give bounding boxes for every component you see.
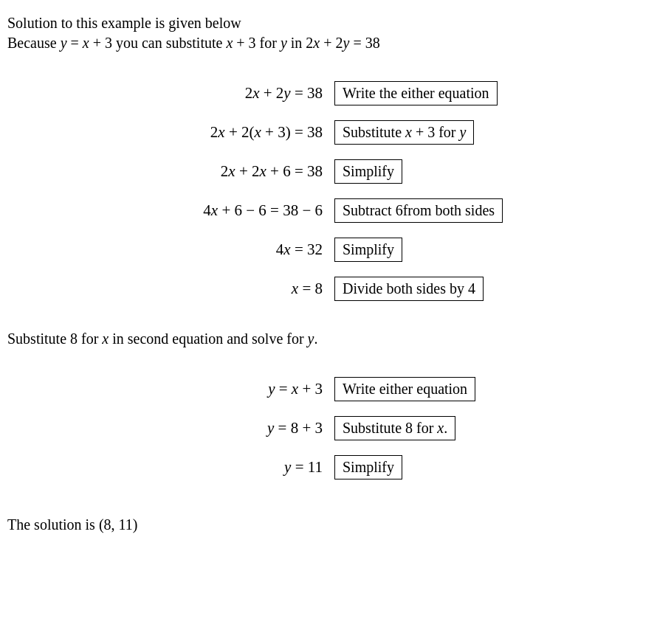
label-cell: Write either equation: [328, 370, 650, 409]
intro-line1: Solution to this example is given below: [7, 15, 650, 32]
steps-table-1: 2x + 2y = 38 Write the either equation 2…: [7, 74, 650, 308]
step-label-box: Simplify: [334, 159, 402, 184]
equation-cell: 4x + 6 − 6 = 38 − 6: [7, 191, 328, 230]
equation-cell: x = 8: [7, 269, 328, 308]
equation-cell: 2x + 2y = 38: [7, 74, 328, 113]
table-row: x = 8 Divide both sides by 4: [7, 269, 650, 308]
equation-cell: y = x + 3: [7, 370, 328, 409]
step-label-box: Divide both sides by 4: [334, 277, 484, 301]
intro-line2: Because y = x + 3 you can substitute x +…: [7, 35, 650, 52]
section2: y = x + 3 Write either equation y = 8 + …: [7, 370, 650, 487]
intro-section: Solution to this example is given below …: [7, 15, 650, 52]
table-row: 4x = 32 Simplify: [7, 230, 650, 269]
label-cell: Divide both sides by 4: [328, 269, 650, 308]
label-cell: Simplify: [328, 152, 650, 191]
table-row: 2x + 2y = 38 Write the either equation: [7, 74, 650, 113]
final-text: The solution is (8, 11): [7, 516, 650, 533]
step-label-box: Simplify: [334, 238, 402, 262]
label-cell: Simplify: [328, 230, 650, 269]
equation-cell: 2x + 2(x + 3) = 38: [7, 113, 328, 152]
table-row: y = x + 3 Write either equation: [7, 370, 650, 409]
equation-cell: 4x = 32: [7, 230, 328, 269]
label-cell: Substitute 8 for x.: [328, 409, 650, 448]
section1: 2x + 2y = 38 Write the either equation 2…: [7, 74, 650, 308]
equation-cell: y = 8 + 3: [7, 409, 328, 448]
step-label-box: Substitute 8 for x.: [334, 416, 455, 440]
label-cell: Simplify: [328, 448, 650, 487]
intro-eq1: y: [61, 35, 67, 51]
step-label-box: Subtract 6from both sides: [334, 198, 503, 223]
equation-cell: y = 11: [7, 448, 328, 487]
final-solution: The solution is (8, 11): [7, 516, 650, 533]
section2-header: Substitute 8 for x in second equation an…: [7, 330, 650, 347]
label-cell: Substitute x + 3 for y: [328, 113, 650, 152]
label-cell: Subtract 6from both sides: [328, 191, 650, 230]
table-row: y = 11 Simplify: [7, 448, 650, 487]
steps-table-2: y = x + 3 Write either equation y = 8 + …: [7, 370, 650, 487]
table-row: 2x + 2x + 6 = 38 Simplify: [7, 152, 650, 191]
step-label-box: Substitute x + 3 for y: [334, 120, 474, 145]
table-row: 2x + 2(x + 3) = 38 Substitute x + 3 for …: [7, 113, 650, 152]
step-label-box: Simplify: [334, 455, 402, 479]
table-row: 4x + 6 − 6 = 38 − 6 Subtract 6from both …: [7, 191, 650, 230]
step-label-box: Write the either equation: [334, 81, 498, 105]
label-cell: Write the either equation: [328, 74, 650, 113]
equation-cell: 2x + 2x + 6 = 38: [7, 152, 328, 191]
step-label-box: Write either equation: [334, 377, 475, 401]
table-row: y = 8 + 3 Substitute 8 for x.: [7, 409, 650, 448]
